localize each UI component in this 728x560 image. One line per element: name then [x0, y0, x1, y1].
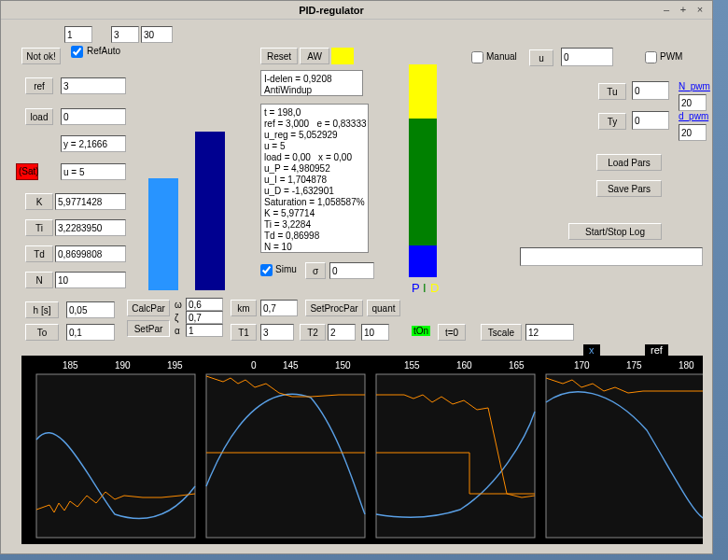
svg-text:185: 185 [63, 360, 78, 371]
quant-button[interactable]: quant [367, 300, 400, 316]
aw-button[interactable]: AW [300, 48, 329, 64]
svg-text:0: 0 [251, 360, 257, 371]
hs-button[interactable]: h [s] [25, 301, 59, 318]
hs-input[interactable] [66, 301, 115, 318]
sigma-input[interactable] [329, 262, 374, 279]
zeta-input[interactable] [186, 311, 223, 324]
loadpars-button[interactable]: Load Pars [596, 154, 662, 171]
dpwm-link[interactable]: d_pwm [679, 111, 708, 121]
tscale-button[interactable]: Tscale [481, 324, 522, 341]
N-input[interactable] [55, 272, 126, 288]
T1-button[interactable]: T1 [231, 324, 257, 341]
T2-button[interactable]: T2 [300, 324, 326, 341]
setprocpar-button[interactable]: SetProcPar [305, 300, 363, 316]
u-button[interactable]: u [529, 49, 553, 66]
dpwm-input[interactable] [679, 124, 707, 141]
svg-rect-3 [376, 374, 535, 538]
setpar-button[interactable]: SetPar [127, 320, 170, 337]
titlebar: PID-regulator – + × [1, 1, 712, 20]
T2-input2[interactable] [361, 324, 389, 341]
load-input[interactable] [61, 108, 126, 125]
savepars-button[interactable]: Save Pars [596, 180, 662, 197]
T1-input[interactable] [260, 324, 294, 341]
omega-label: ω [175, 300, 182, 310]
svg-text:195: 195 [167, 360, 183, 371]
refauto-checkbox[interactable] [71, 46, 83, 58]
notok-button[interactable]: Not ok! [21, 48, 61, 64]
alpha-label: α [175, 326, 180, 336]
log-input[interactable] [520, 247, 703, 266]
km-button[interactable]: km [231, 300, 257, 316]
Ti-input[interactable] [55, 219, 126, 236]
bar1 [148, 178, 178, 290]
Tu-button[interactable]: Tu [598, 83, 626, 100]
app-window: PID-regulator – + × Not ok! RefAuto ref … [0, 0, 713, 554]
Ty-input[interactable] [632, 111, 669, 130]
Td-button[interactable]: Td [25, 245, 53, 262]
npwm-link[interactable]: N_pwm [679, 81, 710, 91]
pid-bar-blue [409, 245, 437, 277]
chart-area: 185190195 0145150 155160165 170175180 [21, 356, 703, 544]
toprow-1-input[interactable] [64, 26, 92, 43]
Ti-button[interactable]: Ti [25, 219, 53, 236]
sigma-button[interactable]: σ [305, 262, 326, 279]
manual-checkbox[interactable] [471, 51, 483, 63]
alpha-input[interactable] [186, 324, 223, 337]
omega-input[interactable] [186, 298, 223, 311]
tscale-input[interactable] [525, 324, 574, 341]
svg-text:145: 145 [283, 360, 299, 371]
ref-input[interactable] [61, 77, 126, 94]
idelen-text: I-delen = 0,9208 [264, 74, 332, 84]
svg-text:190: 190 [115, 360, 131, 371]
To-button[interactable]: To [25, 324, 59, 341]
y-display [61, 135, 126, 152]
K-button[interactable]: K [25, 193, 53, 210]
refauto-label: RefAuto [87, 46, 120, 56]
pwm-checkbox[interactable] [645, 51, 657, 63]
svg-text:180: 180 [679, 360, 694, 371]
simu-label: Simu [275, 264, 297, 274]
npwm-input[interactable] [679, 94, 707, 111]
pid-I-label: I [423, 281, 427, 295]
calcpar-button[interactable]: CalcPar [127, 300, 170, 316]
minimize-icon[interactable]: – [658, 4, 675, 17]
simu-checkbox[interactable] [260, 264, 273, 276]
maximize-icon[interactable]: + [675, 4, 692, 17]
K-input[interactable] [55, 193, 126, 210]
pwm-label: PWM [660, 51, 682, 62]
legend-ref: ref [645, 344, 668, 356]
load-button[interactable]: load [25, 108, 53, 125]
legend-x: x [583, 344, 600, 356]
km-input[interactable] [260, 300, 298, 316]
svg-rect-4 [546, 374, 703, 538]
ref-button[interactable]: ref [25, 77, 53, 94]
svg-text:170: 170 [574, 360, 590, 371]
bar2-container [195, 57, 225, 290]
manual-label: Manual [486, 51, 517, 62]
Tu-input[interactable] [632, 81, 669, 100]
N-button[interactable]: N [25, 272, 53, 288]
pid-bar-yellow [409, 64, 437, 119]
idelen-readout: I-delen = 0,9208 AntiWindup [260, 70, 363, 96]
Td-input[interactable] [55, 245, 126, 262]
T2-input[interactable] [328, 324, 356, 341]
t0-button[interactable]: t=0 [438, 324, 466, 341]
To-input[interactable] [66, 324, 115, 341]
toprow-3-input[interactable] [141, 26, 173, 43]
close-icon[interactable]: × [692, 4, 708, 17]
bar1-container [148, 57, 178, 290]
zeta-label: ζ [175, 313, 178, 323]
startstop-button[interactable]: Start/Stop Log [568, 223, 662, 240]
reset-button[interactable]: Reset [260, 48, 298, 64]
svg-text:150: 150 [335, 360, 351, 371]
antiwindup-text: AntiWindup [264, 85, 312, 95]
svg-rect-1 [36, 374, 195, 538]
aw-indicator: Aw [331, 48, 354, 64]
sat-indicator: (Sat) [16, 163, 38, 180]
bar2 [195, 132, 225, 290]
u-input[interactable] [561, 48, 613, 66]
pid-D-label: D [430, 281, 439, 295]
Ty-button[interactable]: Ty [598, 113, 626, 130]
window-title: PID-regulator [5, 5, 658, 16]
toprow-2-input[interactable] [111, 26, 139, 43]
